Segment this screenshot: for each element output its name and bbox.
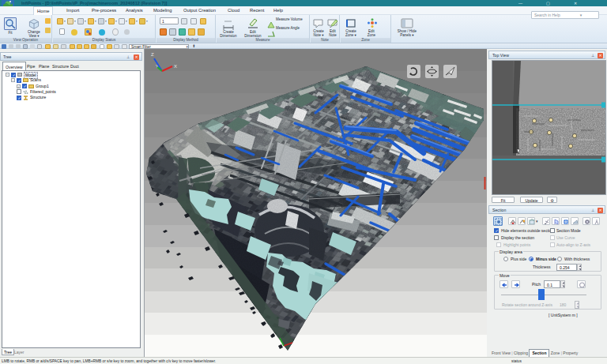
svg-text:Z: Z [151,52,154,57]
svg-text:X: X [174,64,177,69]
